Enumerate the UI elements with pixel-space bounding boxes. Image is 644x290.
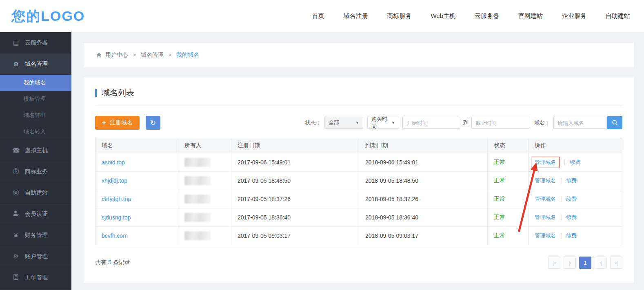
e-circle-icon: ⓔ: [12, 189, 20, 197]
sidebar-item-label: 财务管理: [25, 232, 48, 239]
page-title: 域名列表: [102, 87, 134, 98]
home-icon: [96, 51, 105, 59]
nav-home[interactable]: 首页: [312, 12, 324, 20]
pagination-last-button[interactable]: »|: [610, 257, 622, 269]
expiry-date: 2018-09-05 18:48:50: [359, 172, 488, 190]
sidebar-item-virtual-hosting[interactable]: ☎ 虚拟主机: [0, 140, 71, 161]
pagination-prev-button[interactable]: |‹: [564, 257, 576, 269]
registered-date: 2017-09-05 18:37:26: [231, 190, 359, 208]
renew-link[interactable]: 续费: [570, 159, 580, 165]
nav-trademark[interactable]: 商标服务: [387, 12, 411, 20]
status-badge: 正常: [494, 177, 505, 184]
record-count-suffix: 条记录: [113, 259, 130, 266]
nav-enterprise[interactable]: 企业服务: [562, 12, 586, 20]
domain-link[interactable]: sjdusng.top: [102, 214, 131, 221]
owner-redacted: [184, 195, 211, 204]
table-header-row: 域名 所有人 注册日期 到期日期 状态 操作: [95, 138, 622, 153]
start-date-input[interactable]: [402, 117, 460, 129]
renew-link[interactable]: 续费: [566, 196, 577, 202]
domain-link[interactable]: xhjdjdj.top: [102, 177, 127, 184]
nav-domain-register[interactable]: 域名注册: [343, 12, 368, 20]
refresh-button[interactable]: ↻: [146, 116, 160, 130]
sidebar-item-account-management[interactable]: ⚙ 账户管理: [0, 246, 71, 267]
submenu-item-domain-transfer-in[interactable]: 域名转入: [0, 124, 71, 140]
sidebar-item-self-site-builder[interactable]: ⓔ 自助建站: [0, 182, 71, 204]
breadcrumb-user-center[interactable]: 用户中心: [105, 51, 128, 59]
to-label: 到: [463, 119, 469, 126]
domain-link[interactable]: cfrfyjfgh.top: [102, 196, 131, 202]
status-filter-label: 状态：: [305, 119, 321, 126]
sidebar-item-finance-management[interactable]: ¥ 财务管理: [0, 225, 71, 246]
logo[interactable]: 您的LOGO: [11, 7, 85, 26]
domain-link[interactable]: bcvfh.com: [102, 232, 128, 239]
submenu-item-domain-transfer-out[interactable]: 域名转出: [0, 107, 71, 124]
manage-domain-link[interactable]: 管理域名: [535, 232, 556, 239]
manage-domain-link[interactable]: 管理域名: [535, 214, 556, 220]
topbar: 您的LOGO 首页 域名注册 商标服务 Web主机 云服务器 官网建站 企业服务…: [0, 0, 644, 32]
renew-link[interactable]: 续费: [566, 214, 577, 220]
registered-date: 2017-09-05 18:48:50: [231, 172, 359, 190]
status-select[interactable]: 全部 ▼: [324, 117, 363, 129]
annotation-red-box: 管理域名: [531, 157, 560, 168]
domain-table: 域名 所有人 注册日期 到期日期 状态 操作 asoid.top 2017-0: [95, 138, 622, 245]
registered-date: 2017-09-05 09:03:17: [231, 227, 359, 245]
expiry-date: 2018-09-05 09:03:17: [359, 227, 488, 245]
status-badge: 正常: [494, 195, 505, 202]
breadcrumb-domain-management[interactable]: 域名管理: [141, 51, 164, 59]
register-domain-button[interactable]: + 注册域名: [95, 116, 140, 130]
ticket-icon: [12, 274, 20, 281]
trademark-icon: Ⓡ: [12, 168, 20, 175]
sidebar-item-ticket-management[interactable]: 工单管理: [0, 267, 71, 288]
pagination-next-button[interactable]: ›|: [595, 257, 607, 269]
renew-link[interactable]: 续费: [566, 177, 577, 184]
sidebar-item-trademark-business[interactable]: Ⓡ 商标业务: [0, 161, 71, 182]
manage-domain-link[interactable]: 管理域名: [535, 159, 556, 165]
sidebar-item-member-verification[interactable]: 会员认证: [0, 204, 71, 225]
action-separator: |: [560, 177, 562, 184]
action-separator: |: [560, 232, 562, 239]
table-footer: 共有5条记录 |« |‹ 1 ›| »|: [95, 257, 622, 269]
submenu-item-my-domains[interactable]: 我的域名: [0, 75, 71, 91]
page: 您的LOGO 首页 域名注册 商标服务 Web主机 云服务器 官网建站 企业服务…: [0, 0, 644, 290]
domain-link[interactable]: asoid.top: [102, 159, 125, 166]
member-check-icon: [12, 210, 20, 218]
globe-icon: ⊕: [12, 60, 20, 68]
manage-domain-link[interactable]: 管理域名: [535, 196, 556, 202]
manage-domain-link[interactable]: 管理域名: [535, 177, 556, 184]
pagination-page-1[interactable]: 1: [579, 257, 591, 269]
expiry-date: 2018-09-06 15:49:01: [359, 153, 488, 172]
refresh-icon: ↻: [150, 119, 156, 127]
search-button[interactable]: [607, 116, 622, 129]
card-title-row: 域名列表: [95, 87, 622, 106]
breadcrumb-separator: >: [133, 52, 136, 58]
pagination: |« |‹ 1 ›| »|: [548, 257, 622, 269]
expiry-date: 2018-09-05 18:37:26: [359, 190, 488, 208]
sidebar-item-label: 云服务器: [25, 39, 48, 46]
domain-search-input[interactable]: [553, 117, 606, 129]
pagination-first-button[interactable]: |«: [548, 257, 560, 269]
header-domain: 域名: [95, 138, 178, 153]
sidebar-item-cloud-server[interactable]: ▤ 云服务器: [0, 32, 71, 53]
record-count-prefix: 共有: [95, 259, 107, 266]
header-registered: 注册日期: [231, 138, 359, 153]
submenu-label: 域名转入: [24, 128, 46, 135]
status-badge: 正常: [494, 159, 505, 165]
nav-site-builder[interactable]: 官网建站: [518, 12, 543, 20]
sidebar-item-domain-management[interactable]: ⊕ 域名管理: [0, 53, 71, 75]
chevron-down-icon: ▼: [391, 121, 395, 125]
sidebar-item-label: 自助建站: [25, 189, 48, 197]
time-type-select[interactable]: 购买时间 ▼: [367, 117, 399, 129]
nav-self-service[interactable]: 自助建站: [606, 12, 630, 20]
main-content: 用户中心 > 域名管理 > 我的域名 域名列表 + 注册域名 ↻: [71, 32, 644, 290]
submenu-item-template-management[interactable]: 模板管理: [0, 91, 71, 107]
table-row: bcvfh.com 2017-09-05 09:03:17 2018-09-05…: [95, 227, 622, 245]
nav-cloud-server[interactable]: 云服务器: [475, 12, 499, 20]
gear-icon: ⚙: [12, 253, 20, 260]
submenu-label: 模板管理: [24, 95, 46, 103]
header-status: 状态: [488, 138, 529, 153]
end-date-input[interactable]: [471, 117, 529, 129]
nav-web-hosting[interactable]: Web主机: [431, 12, 455, 20]
owner-redacted: [184, 158, 211, 167]
toolbar: + 注册域名 ↻ 状态： 全部 ▼ 购买时间 ▼: [95, 116, 622, 130]
renew-link[interactable]: 续费: [566, 232, 577, 239]
